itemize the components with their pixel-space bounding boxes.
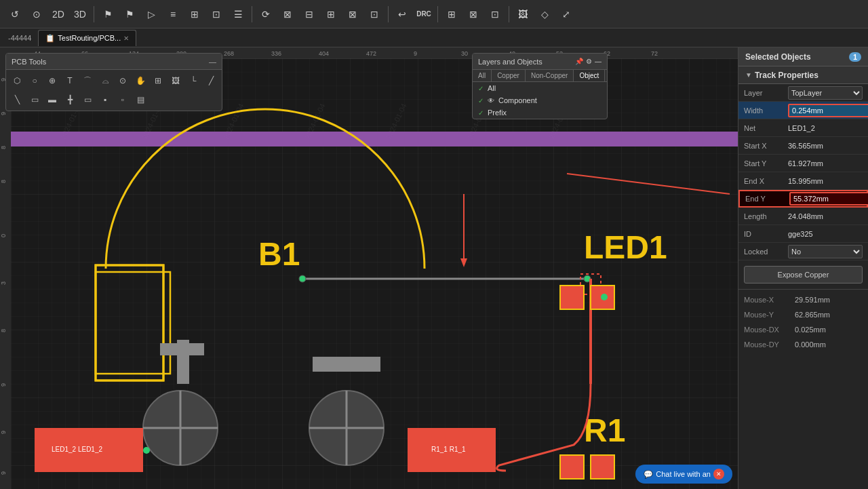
layer-item-all[interactable]: ✓ All bbox=[473, 82, 607, 94]
svg-point-38 bbox=[143, 447, 150, 454]
tb9[interactable]: ⊠ bbox=[278, 5, 297, 24]
tab-close-icon[interactable]: ✕ bbox=[123, 35, 129, 42]
mouse-x-label: Mouse-X bbox=[744, 296, 795, 304]
tool-lines[interactable]: ▤ bbox=[132, 92, 149, 108]
width-input[interactable] bbox=[788, 104, 868, 117]
pcb-tools-minimize[interactable]: — bbox=[209, 58, 216, 66]
tb1[interactable]: ⚑ bbox=[98, 5, 117, 24]
r1-label: R1 bbox=[584, 412, 625, 448]
layer-select[interactable]: TopLayer BottomLayer bbox=[788, 86, 863, 100]
sep5 bbox=[509, 6, 509, 22]
prop-row-width: Width bbox=[738, 102, 868, 119]
tool-circle[interactable]: ○ bbox=[26, 73, 43, 89]
tool-arc1[interactable]: ⌒ bbox=[79, 73, 96, 89]
pcb-tab[interactable]: 📋 TestRouting/PCB... ✕ bbox=[38, 30, 136, 46]
tb10[interactable]: ⊟ bbox=[300, 5, 319, 24]
tool-arc2[interactable]: ⌓ bbox=[97, 73, 113, 89]
svg-text:R1_1  R1_1: R1_1 R1_1 bbox=[431, 446, 466, 453]
layer-label-prefix: Prefix bbox=[488, 109, 507, 117]
tb19[interactable]: ◇ bbox=[535, 5, 554, 24]
tb3[interactable]: ▷ bbox=[142, 5, 161, 24]
layers-close-icon[interactable]: — bbox=[595, 58, 601, 65]
svg-text:336: 336 bbox=[271, 50, 281, 57]
tool-dot[interactable]: ⊙ bbox=[115, 73, 131, 89]
canvas-area[interactable]: PCB Tools — ⬡ ○ ⊕ T ⌒ ⌓ ⊙ ✋ ⊞ 🖼 └ ╱ ╲ ▭ … bbox=[0, 47, 738, 489]
mouse-dy-value: 0.000mm bbox=[795, 340, 826, 349]
tool-image[interactable]: 🖼 bbox=[167, 73, 184, 89]
led1-label: LED1 bbox=[584, 229, 667, 265]
tool-rect3[interactable]: ▭ bbox=[79, 92, 96, 108]
3d-btn[interactable]: 3D bbox=[71, 5, 90, 24]
layer-tab-object[interactable]: Object bbox=[574, 70, 605, 81]
layer-tab-copper[interactable]: Copper bbox=[492, 70, 526, 81]
pcb-tools-header[interactable]: PCB Tools — bbox=[6, 54, 222, 70]
layer-item-component[interactable]: ✓ 👁 Component bbox=[473, 94, 607, 106]
tb12[interactable]: ⊠ bbox=[343, 5, 362, 24]
layers-settings-icon[interactable]: ⚙ bbox=[586, 58, 592, 65]
svg-rect-22 bbox=[560, 286, 584, 309]
tb20[interactable]: ⤢ bbox=[557, 5, 576, 24]
tb6[interactable]: ⊡ bbox=[207, 5, 226, 24]
tool-plus[interactable]: ╋ bbox=[62, 92, 78, 108]
tb5[interactable]: ⊞ bbox=[185, 5, 204, 24]
svg-point-24 bbox=[601, 294, 608, 300]
svg-text:9: 9 bbox=[0, 112, 7, 115]
length-value: 24.048mm bbox=[788, 212, 863, 220]
locked-select[interactable]: No Yes bbox=[788, 245, 863, 258]
startx-label: Start X bbox=[744, 142, 788, 150]
chat-close-icon[interactable]: ✕ bbox=[713, 469, 724, 480]
layers-pin-icon[interactable]: 📌 bbox=[575, 58, 583, 65]
tool-diag1[interactable]: ╱ bbox=[203, 73, 219, 89]
pcb-canvas-svg[interactable]: 2024-01-04 2024-01-04 2024-01-04 2024-01… bbox=[11, 58, 738, 489]
coord-display: -44444 bbox=[3, 34, 37, 42]
collapse-icon[interactable]: ▼ bbox=[745, 71, 752, 79]
tb14[interactable]: ↩ bbox=[393, 5, 412, 24]
tool-sq1[interactable]: ▪ bbox=[97, 92, 113, 108]
svg-rect-31 bbox=[177, 340, 189, 384]
tb7[interactable]: ☰ bbox=[229, 5, 248, 24]
chat-button[interactable]: 💬 Chat live with an ✕ bbox=[635, 465, 732, 484]
tool-diag2[interactable]: ╲ bbox=[9, 92, 25, 108]
mouse-dx-value: 0.025mm bbox=[795, 326, 826, 334]
prop-row-locked: Locked No Yes bbox=[738, 243, 868, 260]
tb16[interactable]: ⊠ bbox=[464, 5, 483, 24]
mouse-y-label: Mouse-Y bbox=[744, 311, 795, 319]
tb13[interactable]: ⊡ bbox=[365, 5, 384, 24]
layer-tab-noncopper[interactable]: Non-Copper bbox=[526, 70, 574, 81]
expose-copper-button[interactable]: Expose Copper bbox=[744, 266, 863, 283]
tb18[interactable]: 🖼 bbox=[513, 5, 532, 24]
startx-value: 36.565mm bbox=[788, 142, 863, 150]
tb11[interactable]: ⊞ bbox=[321, 5, 340, 24]
tool-cross[interactable]: ⊕ bbox=[44, 73, 60, 89]
chat-icon: 💬 bbox=[644, 470, 653, 479]
b1-label: B1 bbox=[258, 236, 300, 272]
tb2[interactable]: ⚑ bbox=[120, 5, 139, 24]
undo-btn[interactable]: ↺ bbox=[5, 5, 24, 24]
svg-text:9: 9 bbox=[0, 471, 7, 475]
tb15[interactable]: ⊞ bbox=[442, 5, 461, 24]
layer-label: Layer bbox=[744, 89, 788, 97]
endy-input[interactable] bbox=[789, 192, 868, 206]
tool-rect2[interactable]: ▬ bbox=[44, 92, 60, 108]
tool-sq2[interactable]: ▫ bbox=[115, 92, 131, 108]
2d-btn[interactable]: 2D bbox=[49, 5, 68, 24]
tool-grid[interactable]: ⊞ bbox=[150, 73, 166, 89]
layers-header: Layers and Objects 📌 ⚙ — bbox=[473, 54, 607, 70]
tool-rect1[interactable]: ▭ bbox=[26, 92, 43, 108]
tool-hand[interactable]: ✋ bbox=[132, 73, 149, 89]
tb17[interactable]: ⊡ bbox=[486, 5, 505, 24]
right-panel: Selected Objects 1 ▼ Track Properties La… bbox=[738, 47, 868, 489]
selected-objects-label: Selected Objects bbox=[745, 52, 811, 62]
tool-text[interactable]: T bbox=[62, 73, 78, 89]
layer-item-prefix[interactable]: ✓ Prefix bbox=[473, 106, 607, 119]
endy-label: End Y bbox=[745, 195, 789, 203]
pcb-tools-title: PCB Tools bbox=[12, 58, 46, 66]
tb4[interactable]: ≡ bbox=[163, 5, 182, 24]
tb8[interactable]: ⟳ bbox=[256, 5, 275, 24]
center-btn[interactable]: ⊙ bbox=[27, 5, 46, 24]
tool-select[interactable]: ⬡ bbox=[9, 73, 25, 89]
drc-btn[interactable]: DRC bbox=[414, 5, 433, 24]
sep3 bbox=[388, 6, 389, 22]
tool-corner[interactable]: └ bbox=[185, 73, 201, 89]
layer-tab-all[interactable]: All bbox=[473, 70, 492, 81]
